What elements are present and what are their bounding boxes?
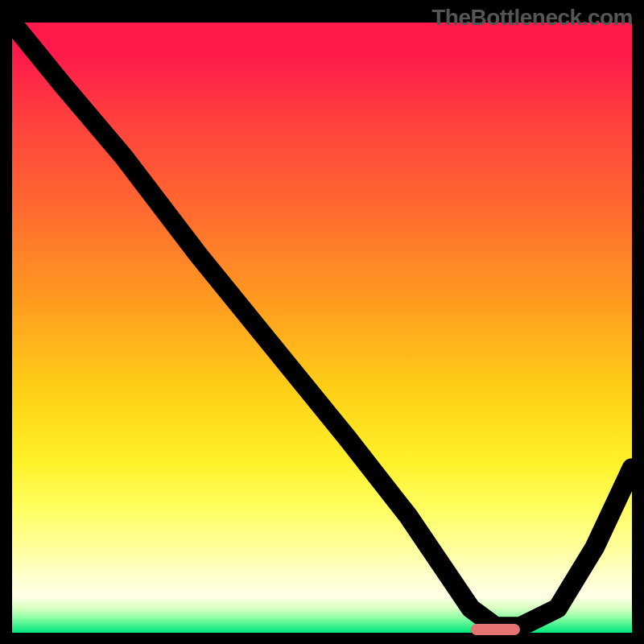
optimal-range-marker xyxy=(471,624,521,635)
chart-stage: TheBottleneck.com xyxy=(0,0,644,644)
curve-svg xyxy=(12,23,632,633)
watermark-text: TheBottleneck.com xyxy=(431,5,633,31)
plot-area xyxy=(12,23,632,633)
bottleneck-curve xyxy=(12,23,632,626)
